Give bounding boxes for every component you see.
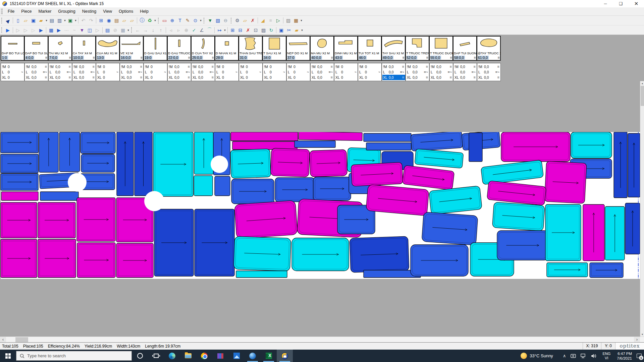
angle-measure-icon[interactable]: ∠ xyxy=(198,26,205,34)
size-row-L[interactable]: L0~ xyxy=(359,69,381,75)
marker-piece[interactable] xyxy=(411,132,463,151)
move-right-icon[interactable]: → xyxy=(142,26,149,34)
size-row-XL[interactable]: XL0 xyxy=(216,75,238,80)
redo-icon[interactable]: ↷ xyxy=(88,17,95,24)
size-row-M[interactable]: !M0,0= xyxy=(312,64,334,69)
marker-piece[interactable] xyxy=(294,141,335,147)
taskbar-photos-button[interactable] xyxy=(228,350,245,362)
marker-piece[interactable] xyxy=(571,132,612,158)
size-row-L[interactable]: L0,0=~ xyxy=(312,69,334,75)
marker-piece[interactable] xyxy=(583,204,604,261)
size-row-XL[interactable]: XL0,0= xyxy=(73,75,96,80)
size-cell-6[interactable]: !M0,0=L0,0=~XL0,0= xyxy=(120,63,144,81)
recycle-icon[interactable]: ♻ xyxy=(146,17,153,24)
size-row-M[interactable]: !M0 xyxy=(145,64,167,69)
size-row-L[interactable]: L0,0=~ xyxy=(478,69,500,75)
size-row-XL[interactable]: XL0,0= xyxy=(454,75,477,80)
dropdown-caret-icon[interactable]: ▾ xyxy=(300,19,303,22)
scroll-right-icon[interactable]: › xyxy=(634,337,640,343)
marker-piece[interactable] xyxy=(422,212,478,245)
language-switcher[interactable]: ENG VI xyxy=(602,352,610,360)
marker-piece[interactable] xyxy=(429,186,482,215)
marker-piece[interactable] xyxy=(135,132,152,196)
print-icon[interactable]: ▤ xyxy=(48,17,55,24)
size-row-L[interactable]: L0,0=~ xyxy=(26,69,48,75)
size-row-XL[interactable]: XL0 xyxy=(145,75,167,80)
palette-piece-15[interactable]: DINH MU X1 M43:0 xyxy=(334,36,358,61)
marker-piece[interactable] xyxy=(614,132,627,198)
taskbar-winrar-button[interactable] xyxy=(212,350,228,362)
size-row-XL[interactable]: XL0 xyxy=(264,75,286,80)
menu-grouping[interactable]: Grouping xyxy=(55,9,78,14)
text-tool-icon[interactable]: T xyxy=(176,17,183,24)
nest-run-box-icon[interactable]: ▶ xyxy=(38,26,45,34)
marker-piece[interactable] xyxy=(236,271,287,278)
marker-piece[interactable] xyxy=(153,132,193,196)
palette-piece-19[interactable]: T TRUOC DUOI55:0,0= xyxy=(429,36,453,61)
tray-volume-icon[interactable] xyxy=(591,354,597,358)
zoom-out-icon[interactable]: ⊖ xyxy=(222,17,229,24)
zoom-tool-icon[interactable]: ⊙ xyxy=(192,17,199,24)
fabric-box-icon[interactable]: ▦ xyxy=(292,17,300,24)
size-cell-10[interactable]: !M0L0~XL0 xyxy=(215,63,239,81)
marker-piece[interactable] xyxy=(77,243,115,278)
size-row-XL[interactable]: XL0,0= xyxy=(121,75,143,80)
marker-piece[interactable] xyxy=(215,176,230,196)
menu-view[interactable]: View xyxy=(100,9,115,14)
size-row-L[interactable]: L0~ xyxy=(240,69,262,75)
palette-piece-4[interactable]: CA TAY X4 M10:0,0= xyxy=(72,36,96,61)
menu-marker[interactable]: Marker xyxy=(35,9,55,14)
marker-piece[interactable] xyxy=(116,243,153,278)
dropdown-caret-icon[interactable]: ▾ xyxy=(74,19,77,22)
vertical-scroll-thumb[interactable] xyxy=(641,86,644,106)
scroll-up-icon[interactable]: ▴ xyxy=(640,81,644,85)
marker-piece[interactable] xyxy=(195,209,234,276)
nest-pause-icon[interactable]: ▷ xyxy=(14,26,21,34)
size-row-L[interactable]: L0,0=~ xyxy=(431,69,453,75)
marker-piece[interactable] xyxy=(605,206,625,260)
save-marker-icon[interactable]: ▣ xyxy=(30,17,37,24)
size-row-M[interactable]: !M0,0= xyxy=(169,64,191,69)
hatch-fill-icon[interactable]: ▨ xyxy=(285,17,292,24)
size-row-M[interactable]: !M0 xyxy=(216,64,238,69)
marker-piece[interactable] xyxy=(232,141,297,149)
marker-piece[interactable] xyxy=(492,202,545,231)
delete-marker-icon[interactable]: ✗ xyxy=(245,26,252,34)
size-row-XL[interactable]: XL0,0= xyxy=(478,75,500,80)
size-cell-9[interactable]: !M0,0=L0,0=~XL0,0= xyxy=(191,63,215,81)
nest-list-icon[interactable]: ▤ xyxy=(104,26,111,34)
marker-piece[interactable] xyxy=(1,174,38,190)
size-row-M[interactable]: !M0,0= xyxy=(383,64,405,69)
nest-flash-icon[interactable]: ~ xyxy=(71,26,78,34)
size-row-L[interactable]: L0~ xyxy=(288,69,310,75)
marker-piece[interactable] xyxy=(59,132,80,172)
table-edit-icon[interactable]: ⊟ xyxy=(237,26,244,34)
size-row-M[interactable]: !M0 xyxy=(2,64,24,69)
menu-options[interactable]: Options xyxy=(115,9,137,14)
palette-piece-14[interactable]: MA MU X2 M40:0,0= xyxy=(310,36,334,61)
nest-dots-icon[interactable]: ▷ xyxy=(94,26,101,34)
marker-piece[interactable] xyxy=(313,177,351,200)
palette-piece-20[interactable]: DAP TUI SUON58:0,0= xyxy=(453,36,477,61)
size-row-M[interactable]: !M0,0= xyxy=(121,64,143,69)
size-row-M[interactable]: !M0,0= xyxy=(50,64,72,69)
dropdown-caret-icon[interactable]: ▾ xyxy=(154,19,157,22)
size-row-XL[interactable]: XL0 xyxy=(359,75,381,80)
maximize-button[interactable]: ❑ xyxy=(613,0,629,7)
palette-piece-18[interactable]: T TRUOC TREN52:0,0= xyxy=(406,36,429,61)
taskbar-clock[interactable]: 6:47 PM 7/6/2021 xyxy=(617,351,632,361)
marker-piece[interactable] xyxy=(497,231,548,260)
nest-queue-icon[interactable]: ⋯ xyxy=(63,26,70,34)
size-cell-5[interactable]: !M0L0~XL0 xyxy=(96,63,120,81)
nest-block-icon[interactable]: ⊘ xyxy=(112,26,119,34)
size-cell-12[interactable]: !M0L0~XL0 xyxy=(263,63,286,81)
marker-piece[interactable] xyxy=(275,178,315,202)
marker-piece[interactable] xyxy=(1,192,38,200)
size-row-L[interactable]: L0,0=~ xyxy=(383,69,405,75)
print-preview-icon[interactable]: ▥ xyxy=(56,17,63,24)
palette-piece-3[interactable]: TAI MU X2 M7:0,0= xyxy=(48,36,72,61)
taskbar-explorer-button[interactable] xyxy=(180,350,196,362)
marker-piece[interactable] xyxy=(1,239,37,278)
cut-tool-icon[interactable]: ✂ xyxy=(285,26,292,34)
marker-piece[interactable] xyxy=(194,132,213,174)
